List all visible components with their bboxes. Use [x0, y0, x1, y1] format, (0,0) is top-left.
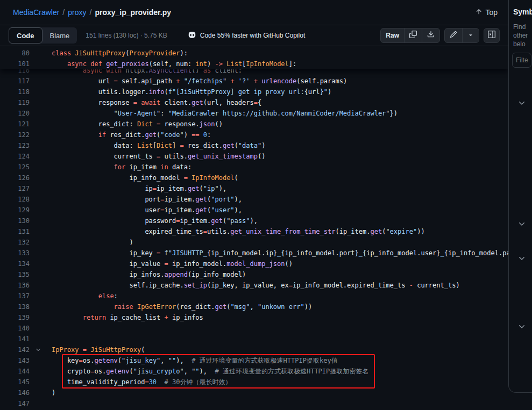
line-number[interactable]: 80 [0, 48, 30, 59]
copilot-banner-text: Code 55% faster with GitHub Copilot [200, 32, 305, 39]
gutter-gap [30, 151, 52, 162]
line-number[interactable]: 136 [0, 280, 30, 291]
line-number[interactable]: 130 [0, 215, 30, 226]
edit-dropdown-button[interactable] [462, 28, 479, 42]
gutter-gap [30, 48, 52, 59]
line-number[interactable]: 139 [0, 312, 30, 323]
gutter-gap [30, 194, 52, 205]
tab-code[interactable]: Code [9, 27, 42, 44]
line-number[interactable]: 128 [0, 194, 30, 205]
line-number[interactable]: 138 [0, 301, 30, 312]
file-view: MediaCrawler / proxy / proxy_ip_provider… [0, 0, 508, 410]
line-number[interactable]: 137 [0, 291, 30, 301]
line-number[interactable]: 143 [0, 355, 30, 366]
code-text: key=os.getenv("jisu_key", ""), # 通过环境变量的… [52, 355, 508, 366]
line-number[interactable]: 129 [0, 205, 30, 215]
code-text: ip_key = f"JISUHTTP_{ip_info_model.ip}_{… [52, 248, 508, 258]
chevron-down-icon[interactable] [517, 220, 526, 228]
gutter-gap [30, 334, 52, 344]
raw-button[interactable]: Raw [381, 28, 404, 42]
gutter-gap [30, 344, 52, 355]
code-text: time_validity_period=30 # 30分钟（最长时效） [52, 377, 508, 387]
line-number[interactable]: 134 [0, 258, 30, 269]
gutter-gap [30, 183, 52, 194]
collapse-chevron-icon[interactable] [35, 347, 41, 353]
line-number[interactable]: 146 [0, 387, 30, 398]
scroll-to-top-label: Top [485, 8, 498, 17]
copilot-banner[interactable]: Code 55% faster with GitHub Copilot [188, 31, 305, 41]
copy-raw-button[interactable] [404, 28, 422, 42]
line-number[interactable]: 122 [0, 130, 30, 140]
gutter-gap [30, 398, 52, 409]
line-number[interactable]: 144 [0, 366, 30, 377]
code-text: user=ip_item.get("user"), [52, 205, 508, 215]
code-text: self.ip_cache.set_ip(ip_key, ip_value, e… [52, 280, 508, 291]
symbols-filter-input[interactable] [512, 53, 531, 68]
code-text: ) [52, 237, 508, 248]
code-text: data: List[Dict] = res_dict.get("data") [52, 140, 508, 151]
line-number[interactable]: 133 [0, 248, 30, 258]
code-line-141: 141 [0, 334, 508, 344]
gutter-gap [30, 172, 52, 183]
file-info: 151 lines (130 loc) · 5.75 KB [86, 32, 167, 39]
line-number[interactable]: 147 [0, 398, 30, 409]
code-line-122: 122 if res_dict.get("code") == 0: [0, 130, 508, 140]
raw-button-label: Raw [386, 32, 399, 39]
code-text: if res_dict.get("code") == 0: [52, 130, 508, 140]
line-number[interactable]: 126 [0, 172, 30, 183]
code-lines: 116 async with httpx.AsyncClient() as cl… [0, 47, 508, 409]
sticky-scope-lines: 80class JiSuHttpProxy(ProxyProvider):101… [0, 47, 508, 69]
code-text: crypto=os.getenv("jisu_crypto", ""), # 通… [52, 366, 508, 377]
line-number[interactable]: 140 [0, 323, 30, 334]
gutter-gap [30, 162, 52, 172]
code-text: response = await client.get(url, headers… [52, 97, 508, 108]
code-line-144: 144 crypto=os.getenv("jisu_crypto", ""),… [0, 366, 508, 377]
code-text: ip_info_model = IpInfoModel( [52, 172, 508, 183]
line-number[interactable]: 101 [0, 59, 30, 69]
symbols-panel-toggle-button[interactable] [484, 28, 500, 43]
line-number[interactable]: 123 [0, 140, 30, 151]
line-number[interactable]: 124 [0, 151, 30, 162]
line-number[interactable]: 142 [0, 344, 30, 355]
line-number[interactable]: 135 [0, 269, 30, 280]
code-text: for ip_item in data: [52, 162, 508, 172]
edit-file-button[interactable] [445, 28, 462, 42]
chevron-down-icon[interactable] [517, 99, 526, 107]
code-text: raise IpGetError(res_dict.get("msg", "un… [52, 301, 508, 312]
gutter-gap [30, 215, 52, 226]
gutter-gap [30, 226, 52, 237]
code-text: class JiSuHttpProxy(ProxyProvider): [52, 48, 508, 59]
code-line-134: 134 ip_value = ip_info_model.model_dump_… [0, 258, 508, 269]
line-number[interactable]: 117 [0, 76, 30, 87]
copilot-icon [188, 31, 196, 41]
code-line-143: 143 key=os.getenv("jisu_key", ""), # 通过环… [0, 355, 508, 366]
chevron-down-icon[interactable] [517, 322, 526, 331]
tab-blame[interactable]: Blame [42, 27, 77, 44]
chevron-down-icon[interactable] [517, 254, 526, 263]
breadcrumb-dir-link[interactable]: proxy [68, 8, 86, 17]
line-number[interactable]: 125 [0, 162, 30, 172]
line-number[interactable]: 145 [0, 377, 30, 387]
code-text [52, 323, 508, 334]
scroll-to-top-link[interactable]: Top [475, 8, 498, 17]
code-line-137: 137 else: [0, 291, 508, 301]
line-number[interactable]: 121 [0, 119, 30, 130]
line-number[interactable]: 141 [0, 334, 30, 344]
line-number[interactable]: 127 [0, 183, 30, 194]
line-number[interactable]: 119 [0, 97, 30, 108]
code-line-135: 135 ip_infos.append(ip_info_model) [0, 269, 508, 280]
code-line-146: 146) [0, 387, 508, 398]
code-text: ip=ip_item.get("ip"), [52, 183, 508, 194]
line-number[interactable]: 131 [0, 226, 30, 237]
code-blame-switcher: Code Blame [9, 27, 77, 44]
gutter-gap [30, 280, 52, 291]
download-raw-button[interactable] [422, 28, 439, 42]
gutter-gap [30, 301, 52, 312]
line-number[interactable]: 120 [0, 108, 30, 119]
line-number[interactable]: 132 [0, 237, 30, 248]
breadcrumb-repo-link[interactable]: MediaCrawler [13, 8, 59, 17]
line-number[interactable]: 118 [0, 87, 30, 97]
code-text: current_ts = utils.get_unix_timestamp() [52, 151, 508, 162]
gutter-gap [30, 97, 52, 108]
code-line-147: 147 [0, 398, 508, 409]
